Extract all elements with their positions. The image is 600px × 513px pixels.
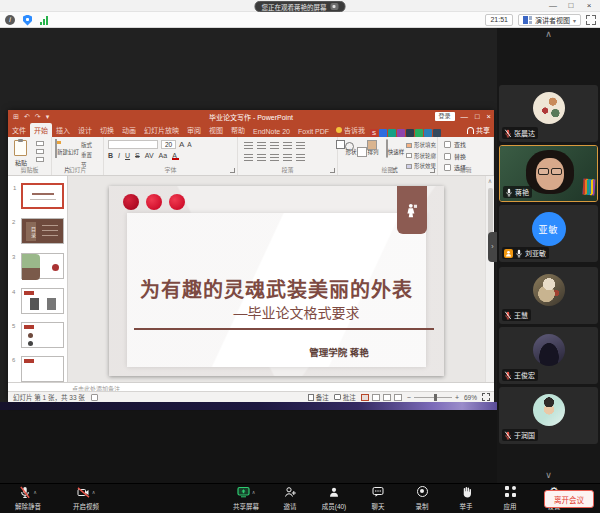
tab-view[interactable]: 视图 bbox=[205, 123, 227, 137]
slide-thumbnail-5[interactable]: 5 bbox=[21, 322, 64, 348]
arrange-button[interactable]: 排列 bbox=[362, 140, 384, 158]
addin-icon[interactable] bbox=[406, 129, 414, 137]
slide-thumbnail-4[interactable]: 4 bbox=[21, 288, 64, 314]
fullscreen-icon[interactable] bbox=[586, 15, 596, 25]
normal-view-icon[interactable] bbox=[361, 394, 369, 401]
grow-font-icon[interactable]: A bbox=[179, 140, 184, 149]
font-color-button[interactable]: A bbox=[172, 152, 177, 159]
network-signal-icon[interactable] bbox=[40, 16, 48, 25]
zoom-percentage[interactable]: 69% bbox=[464, 394, 477, 401]
reading-view-icon[interactable] bbox=[383, 394, 391, 401]
ppt-minimize-button[interactable]: — bbox=[461, 110, 469, 123]
zoom-slider-thumb[interactable] bbox=[434, 394, 437, 401]
minimize-button[interactable]: — bbox=[546, 0, 560, 12]
ppt-close-button[interactable]: × bbox=[487, 110, 491, 123]
participant-tile-speaking[interactable]: 蒋艳 bbox=[499, 145, 598, 202]
current-slide[interactable]: 为有趣的灵魂武装美丽的外表 —毕业论文格式要求 管理学院 蒋艳 bbox=[109, 186, 444, 376]
ppt-maximize-button[interactable]: □ bbox=[475, 110, 480, 123]
bullets-icon[interactable] bbox=[244, 142, 253, 150]
chat-button[interactable]: 聊天 bbox=[360, 486, 396, 511]
slide-thumbnail-3[interactable]: 3 bbox=[21, 253, 64, 279]
invite-button[interactable]: 邀请 bbox=[272, 486, 308, 511]
font-name-combobox[interactable] bbox=[108, 140, 158, 149]
bold-button[interactable]: B bbox=[108, 152, 113, 159]
align-right-icon[interactable] bbox=[270, 154, 279, 162]
shape-outline-button[interactable]: 形状轮廓 bbox=[406, 152, 436, 160]
addin-icon[interactable] bbox=[415, 129, 423, 137]
find-button[interactable]: 查找 bbox=[444, 140, 466, 149]
tab-help[interactable]: 帮助 bbox=[227, 123, 249, 137]
ppt-notes-pane[interactable]: 点击此处添加备注 bbox=[8, 382, 494, 391]
tab-insert[interactable]: 插入 bbox=[52, 123, 74, 137]
record-button[interactable]: 录制 bbox=[404, 486, 440, 511]
tellme-button[interactable]: 告诉我 bbox=[333, 123, 368, 137]
tab-endnote[interactable]: EndNote 20 bbox=[249, 126, 294, 137]
addin-icon[interactable] bbox=[388, 129, 396, 137]
maximize-button[interactable]: □ bbox=[564, 0, 578, 12]
notes-toggle[interactable]: 备注 bbox=[308, 392, 329, 402]
italic-button[interactable]: I bbox=[118, 152, 120, 159]
addin-icon[interactable] bbox=[433, 129, 441, 137]
shrink-font-icon[interactable]: A bbox=[187, 141, 191, 148]
paste-icon[interactable] bbox=[14, 140, 27, 156]
layout-button[interactable]: 版式 bbox=[81, 141, 92, 149]
ppt-share-button[interactable]: 共享 bbox=[467, 125, 490, 135]
tab-animations[interactable]: 动画 bbox=[118, 123, 140, 137]
ppt-vertical-scrollbar[interactable]: ∧ bbox=[485, 176, 494, 382]
start-video-button[interactable]: ∧ 开启视频 bbox=[68, 486, 104, 511]
shield-icon[interactable] bbox=[23, 15, 32, 26]
save-icon[interactable]: ⊞ bbox=[13, 110, 19, 123]
tab-foxit[interactable]: Foxit PDF bbox=[294, 126, 333, 137]
tab-file[interactable]: 文件 bbox=[8, 123, 30, 137]
apps-button[interactable]: 应用 bbox=[492, 486, 528, 511]
redo-icon[interactable]: ↷ bbox=[35, 110, 41, 123]
leave-meeting-button[interactable]: 离开会议 bbox=[544, 490, 594, 508]
char-spacing-button[interactable]: AV bbox=[145, 152, 154, 159]
slide-thumbnail-1[interactable]: 1 bbox=[21, 183, 64, 209]
cut-copy-painter-icons[interactable] bbox=[36, 141, 44, 162]
addin-icon[interactable] bbox=[397, 129, 405, 137]
sorter-view-icon[interactable] bbox=[372, 394, 380, 401]
view-mode-button[interactable]: 演讲者视图 ▾ bbox=[518, 14, 581, 26]
reset-button[interactable]: 重置 bbox=[81, 151, 92, 159]
zoom-slider[interactable] bbox=[414, 397, 452, 398]
participant-tile[interactable]: 于润国 bbox=[499, 387, 598, 444]
indent-increase-icon[interactable] bbox=[283, 142, 292, 150]
close-button[interactable]: × bbox=[582, 0, 596, 12]
tab-review[interactable]: 审阅 bbox=[183, 123, 205, 137]
scroll-up-chevron[interactable]: ∧ bbox=[497, 29, 600, 39]
font-size-combobox[interactable]: 20 bbox=[161, 140, 176, 149]
participant-tile[interactable]: 王慧 bbox=[499, 267, 598, 324]
tab-transitions[interactable]: 切换 bbox=[96, 123, 118, 137]
change-case-button[interactable]: Aa bbox=[159, 152, 168, 159]
tab-home[interactable]: 开始 bbox=[30, 123, 52, 137]
strikethrough-button[interactable]: S bbox=[135, 152, 140, 159]
tab-design[interactable]: 设计 bbox=[74, 123, 96, 137]
qat-dropdown-icon[interactable]: ▾ bbox=[46, 110, 50, 123]
participant-tile[interactable]: 张晨达 bbox=[499, 85, 598, 142]
raise-hand-button[interactable]: 举手 bbox=[448, 486, 484, 511]
chevron-up-icon[interactable]: ∧ bbox=[92, 489, 96, 495]
chevron-up-icon[interactable]: ∧ bbox=[252, 489, 256, 495]
slide-thumbnail-6[interactable]: 6 bbox=[21, 356, 64, 382]
indent-decrease-icon[interactable] bbox=[270, 142, 279, 150]
slide-thumbnail-2[interactable]: 2目录 bbox=[21, 218, 64, 244]
members-button[interactable]: 成员(40) bbox=[316, 486, 352, 511]
justify-icon[interactable] bbox=[283, 154, 292, 162]
chevron-up-icon[interactable]: ∧ bbox=[33, 489, 37, 495]
zoom-in-icon[interactable]: + bbox=[455, 394, 459, 401]
addin-icon[interactable] bbox=[424, 129, 432, 137]
line-spacing-icon[interactable] bbox=[296, 142, 305, 150]
unmute-button[interactable]: ∧ 解除静音 bbox=[10, 486, 46, 511]
ppt-signin-button[interactable]: 登录 bbox=[435, 112, 455, 121]
align-left-icon[interactable] bbox=[244, 154, 253, 162]
participant-tile[interactable]: 亚敏 刘亚敏 bbox=[499, 205, 598, 262]
zoom-out-icon[interactable]: − bbox=[407, 394, 411, 401]
fit-slide-icon[interactable] bbox=[482, 393, 490, 401]
info-icon[interactable]: i bbox=[5, 15, 15, 25]
columns-icon[interactable] bbox=[296, 154, 305, 162]
endnote-addin-icon[interactable]: S bbox=[370, 129, 378, 137]
slideshow-view-icon[interactable] bbox=[394, 394, 402, 401]
underline-button[interactable]: U bbox=[125, 152, 130, 159]
scroll-up-icon[interactable]: ∧ bbox=[486, 176, 494, 186]
